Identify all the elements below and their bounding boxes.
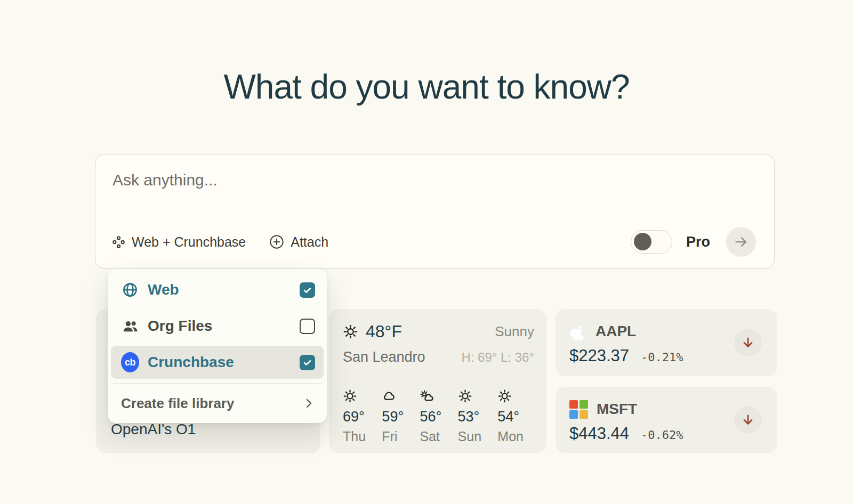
weather-condition: Sunny bbox=[495, 323, 534, 340]
stock-trend-button[interactable] bbox=[734, 406, 762, 434]
forecast-temp: 54° bbox=[497, 409, 519, 425]
sun-icon bbox=[497, 389, 512, 404]
pro-label: Pro bbox=[686, 234, 710, 250]
stock-ticker: MSFT bbox=[597, 401, 637, 418]
weather-high-low: H: 69° L: 36° bbox=[461, 350, 534, 365]
sources-selector-label: Web + Crunchbase bbox=[132, 234, 246, 250]
crunchbase-checkbox[interactable] bbox=[300, 355, 315, 370]
crunchbase-logo: cb bbox=[121, 353, 139, 371]
menu-divider bbox=[112, 383, 323, 384]
forecast-day: 69° Thu bbox=[343, 389, 366, 444]
sources-selector-button[interactable]: Web + Crunchbase bbox=[111, 234, 246, 250]
stock-ticker: AAPL bbox=[596, 323, 636, 340]
create-file-library-item[interactable]: Create file library bbox=[111, 388, 324, 419]
app-canvas: What do you want to know? Web + Crunchba… bbox=[0, 0, 853, 504]
sources-dots-icon bbox=[111, 235, 125, 249]
arrow-right-icon bbox=[733, 234, 749, 250]
pro-toggle-knob bbox=[634, 233, 651, 250]
current-temperature: 48°F bbox=[366, 322, 402, 342]
menu-item-label: Web bbox=[148, 281, 300, 298]
forecast-temp: 53° bbox=[458, 409, 480, 425]
sources-dropdown-menu: Web Org Files bbox=[108, 269, 327, 423]
microsoft-logo-icon bbox=[569, 400, 588, 419]
page-title: What do you want to know? bbox=[0, 67, 853, 107]
web-checkbox[interactable] bbox=[300, 282, 315, 298]
plus-circle-icon bbox=[269, 234, 284, 249]
create-file-library-label: Create file library bbox=[121, 395, 302, 412]
ask-toolbar: Web + Crunchbase Attach Pro bbox=[111, 226, 756, 257]
arrow-down-icon bbox=[741, 336, 755, 349]
menu-item-label: Org Files bbox=[148, 318, 300, 335]
forecast-day: 59° Fri bbox=[382, 389, 404, 444]
ask-input[interactable] bbox=[111, 170, 700, 202]
chevron-right-icon bbox=[302, 397, 315, 410]
stock-card-msft[interactable]: MSFT $443.44 -0.62% bbox=[556, 387, 777, 453]
menu-item-web[interactable]: Web bbox=[111, 273, 324, 306]
apple-logo-icon bbox=[569, 322, 587, 341]
crunchbase-logo-text: cb bbox=[121, 352, 139, 372]
stock-trend-button[interactable] bbox=[734, 329, 762, 356]
forecast-day-label: Thu bbox=[343, 429, 366, 444]
people-icon bbox=[121, 317, 139, 335]
pro-toggle[interactable] bbox=[631, 230, 672, 254]
attach-label: Attach bbox=[291, 234, 328, 250]
sun-icon bbox=[343, 389, 357, 404]
forecast-day: 56° Sat bbox=[420, 389, 441, 444]
forecast-row: 69° Thu 59° Fri bbox=[343, 389, 534, 444]
sun-behind-cloud-icon bbox=[420, 389, 434, 404]
forecast-day-label: Mon bbox=[497, 429, 524, 444]
menu-item-crunchbase[interactable]: cb Crunchbase bbox=[111, 346, 324, 379]
sun-icon bbox=[458, 389, 472, 404]
arrow-down-icon bbox=[741, 413, 755, 427]
menu-item-label: Crunchbase bbox=[148, 354, 300, 371]
forecast-day: 53° Sun bbox=[458, 389, 481, 444]
sun-icon bbox=[343, 324, 358, 339]
stock-price: $443.44 bbox=[569, 424, 629, 443]
suggestion-card-title: OpenAI's O1 bbox=[111, 421, 196, 438]
stock-change: -0.21% bbox=[641, 351, 683, 364]
org-files-checkbox[interactable] bbox=[300, 319, 315, 334]
attach-button[interactable]: Attach bbox=[269, 234, 328, 250]
forecast-day-label: Sat bbox=[420, 429, 440, 444]
forecast-day-label: Fri bbox=[382, 429, 397, 444]
globe-icon bbox=[121, 281, 139, 299]
cloud-icon bbox=[382, 389, 396, 404]
stock-card-aapl[interactable]: AAPL $223.37 -0.21% bbox=[556, 309, 777, 376]
forecast-day-label: Sun bbox=[458, 429, 481, 444]
forecast-temp: 56° bbox=[420, 409, 441, 425]
ask-box: Web + Crunchbase Attach Pro bbox=[95, 155, 775, 269]
weather-card[interactable]: 48°F Sunny San Leandro H: 69° L: 36° 69°… bbox=[329, 309, 546, 453]
stock-price: $223.37 bbox=[569, 346, 629, 365]
forecast-temp: 69° bbox=[343, 409, 365, 425]
menu-item-org-files[interactable]: Org Files bbox=[111, 310, 324, 343]
forecast-day: 54° Mon bbox=[497, 389, 524, 444]
weather-location: San Leandro bbox=[343, 349, 425, 365]
forecast-temp: 59° bbox=[382, 409, 404, 425]
stock-change: -0.62% bbox=[641, 428, 683, 442]
submit-button[interactable] bbox=[726, 227, 756, 257]
